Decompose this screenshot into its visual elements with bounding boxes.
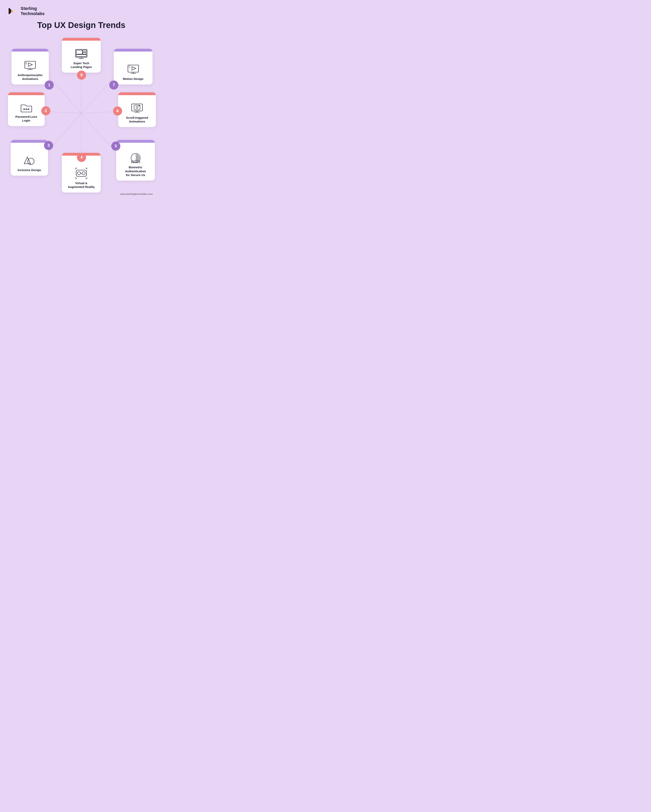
- card-2-label: Password-LessLogin: [15, 115, 37, 122]
- svg-line-1: [47, 76, 81, 113]
- num-6: 6: [113, 107, 122, 116]
- page-title: Top UX Design Trends: [8, 20, 155, 30]
- svg-point-38: [136, 162, 137, 163]
- card-5-label: BiometricAuthenticationfor Secure Ux: [125, 165, 146, 177]
- card-8-bar: [62, 38, 101, 41]
- card-7-bar: [114, 49, 153, 52]
- card-2: Password-LessLogin: [8, 92, 44, 126]
- svg-point-39: [137, 162, 138, 163]
- card-1: AnthropomorphicAnimations: [12, 49, 49, 84]
- card-8-icon: [75, 49, 87, 59]
- card-1-icon: [24, 61, 36, 71]
- brand-name: SterlingTechnolabs: [21, 6, 44, 17]
- svg-marker-26: [132, 67, 136, 70]
- svg-marker-19: [28, 63, 32, 66]
- card-7: Motion Design: [114, 49, 153, 84]
- num-8: 8: [77, 70, 86, 80]
- card-1-bar: [12, 49, 49, 52]
- num-1: 1: [44, 81, 54, 90]
- card-2-icon: [20, 103, 32, 113]
- card-3-icon: [23, 156, 35, 166]
- svg-point-36: [133, 162, 133, 163]
- svg-line-5: [81, 113, 112, 148]
- page-wrapper: SterlingTechnolabs Top UX Design Trends: [0, 0, 163, 203]
- card-5: BiometricAuthenticationfor Secure Ux: [116, 140, 155, 181]
- card-8: Super TechLanding Pages: [62, 38, 101, 73]
- card-7-icon: [127, 65, 139, 75]
- svg-point-29: [28, 108, 29, 110]
- svg-point-27: [24, 108, 25, 110]
- card-4-icon: [75, 167, 88, 179]
- svg-point-35: [28, 158, 34, 165]
- svg-rect-13: [76, 55, 86, 56]
- card-7-label: Motion Design: [123, 77, 144, 81]
- svg-rect-23: [128, 65, 139, 72]
- card-5-icon: [130, 152, 142, 163]
- svg-line-3: [50, 113, 81, 148]
- svg-point-28: [26, 108, 27, 110]
- num-7: 7: [109, 81, 118, 90]
- logo-icon: [8, 6, 18, 16]
- num-3: 3: [44, 141, 53, 150]
- svg-line-7: [81, 76, 116, 113]
- card-6: Scroll-triggeredAnimations: [118, 92, 156, 127]
- svg-point-33: [136, 107, 138, 108]
- card-4-label: Virtual &Augmented Reality: [68, 181, 95, 189]
- card-1-label: AnthropomorphicAnimations: [18, 73, 43, 81]
- num-5: 5: [111, 142, 120, 151]
- card-3: Inclusive Design: [11, 140, 48, 176]
- diagram: Super TechLanding Pages 8: [8, 36, 155, 191]
- svg-rect-9: [76, 49, 87, 57]
- card-5-bar: [116, 140, 155, 143]
- website-url: www.sterlingtechnolabs.com: [120, 192, 153, 195]
- num-2: 2: [41, 106, 50, 115]
- logo-text: SterlingTechnolabs: [21, 6, 44, 17]
- card-8-label: Super TechLanding Pages: [71, 61, 92, 69]
- svg-rect-12: [83, 52, 86, 54]
- card-6-bar: [118, 92, 156, 95]
- svg-marker-34: [24, 157, 31, 164]
- num-4: 4: [77, 153, 86, 162]
- card-2-bar: [8, 92, 44, 95]
- svg-point-43: [82, 172, 85, 175]
- card-6-label: Scroll-triggeredAnimations: [126, 116, 148, 124]
- svg-point-42: [77, 172, 81, 175]
- svg-rect-0: [9, 8, 9, 14]
- svg-point-37: [134, 162, 135, 163]
- card-3-bar: [11, 140, 48, 143]
- card-6-icon: [131, 104, 143, 114]
- website-footer: www.sterlingtechnolabs.com: [8, 192, 155, 195]
- svg-rect-10: [76, 50, 82, 54]
- svg-rect-11: [83, 50, 86, 52]
- header: SterlingTechnolabs: [8, 6, 155, 17]
- card-3-label: Inclusive Design: [18, 168, 41, 172]
